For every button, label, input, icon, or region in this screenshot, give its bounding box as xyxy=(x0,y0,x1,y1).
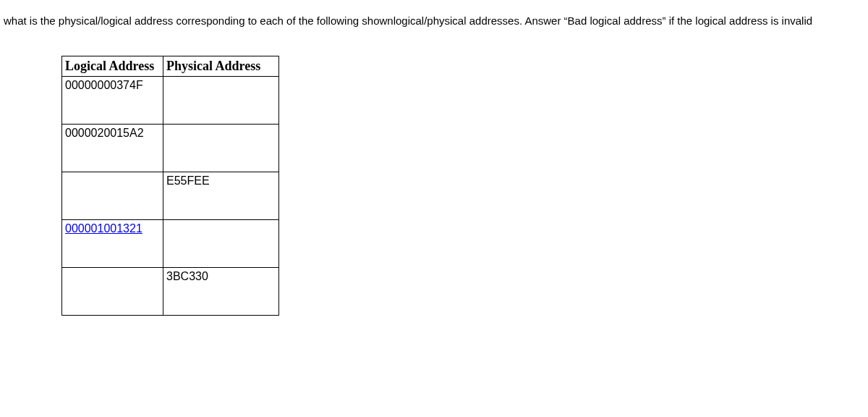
cell-physical: 3BC330 xyxy=(163,268,279,316)
cell-physical xyxy=(163,220,279,268)
table-row: 000001001321 xyxy=(62,220,279,268)
header-logical: Logical Address xyxy=(62,56,163,77)
address-table-container: Logical Address Physical Address 0000000… xyxy=(61,56,864,316)
cell-logical: 0000020015A2 xyxy=(62,125,163,172)
cell-logical: 000001001321 xyxy=(62,220,163,268)
table-row: 0000020015A2 xyxy=(62,125,279,172)
cell-physical xyxy=(163,125,279,172)
cell-physical: E55FEE xyxy=(163,172,279,220)
question-text: what is the physical/logical address cor… xyxy=(4,14,864,27)
table-row: 3BC330 xyxy=(62,268,279,316)
header-physical: Physical Address xyxy=(163,56,279,77)
cell-logical xyxy=(62,268,163,316)
table-row: E55FEE xyxy=(62,172,279,220)
cell-logical-link[interactable]: 000001001321 xyxy=(65,222,142,235)
cell-logical xyxy=(62,172,163,220)
cell-logical: 00000000374F xyxy=(62,77,163,125)
table-row: 00000000374F xyxy=(62,77,279,125)
cell-physical xyxy=(163,77,279,125)
address-table: Logical Address Physical Address 0000000… xyxy=(61,56,279,316)
